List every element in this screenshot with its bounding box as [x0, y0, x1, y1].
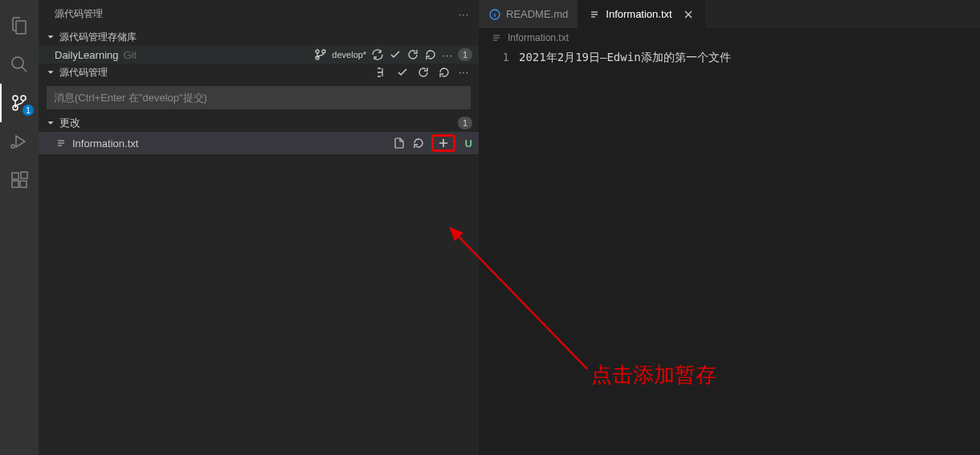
repo-more-icon[interactable]: ··· — [442, 49, 453, 61]
close-icon[interactable] — [682, 8, 695, 21]
open-file-icon[interactable] — [393, 137, 406, 150]
sidebar: 源代码管理 ··· 源代码管理存储库 DailyLearning Git dev… — [39, 0, 479, 455]
file-icon — [490, 31, 503, 44]
refresh-icon[interactable] — [406, 48, 419, 61]
breadcrumb-file: Information.txt — [508, 32, 569, 43]
search-icon[interactable] — [0, 45, 39, 84]
changed-file-row[interactable]: Information.txt U — [39, 132, 479, 154]
editor-area: README.md Information.txt Information.tx… — [479, 0, 980, 455]
scm-badge: 1 — [22, 105, 34, 116]
svg-point-9 — [316, 50, 319, 53]
branch-name[interactable]: develop* — [332, 50, 366, 59]
repos-section-title: 源代码管理存储库 — [59, 31, 137, 44]
extensions-icon[interactable] — [0, 161, 39, 199]
discard-icon[interactable] — [412, 137, 425, 150]
chevron-down-icon — [45, 31, 56, 43]
info-icon — [488, 8, 501, 21]
scm-section-header[interactable]: 源代码管理 ··· — [39, 64, 479, 81]
tab-bar: README.md Information.txt — [479, 0, 980, 28]
changed-file-name: Information.txt — [72, 137, 138, 150]
sidebar-header: 源代码管理 ··· — [39, 0, 479, 28]
svg-point-10 — [322, 50, 325, 53]
refresh-counter-icon[interactable] — [424, 48, 437, 61]
commit-message-input[interactable] — [47, 86, 471, 109]
svg-rect-5 — [12, 173, 18, 179]
scm-section-title: 源代码管理 — [59, 66, 108, 80]
stage-plus-button[interactable] — [431, 134, 455, 152]
refresh-icon[interactable] — [417, 66, 430, 79]
tab-label: Information.txt — [606, 8, 672, 20]
tab-readme[interactable]: README.md — [479, 0, 578, 28]
sync-icon[interactable] — [371, 48, 384, 61]
annotation-text: 点击添加暂存 — [591, 361, 717, 389]
svg-point-0 — [12, 57, 23, 68]
breadcrumb[interactable]: Information.txt — [479, 28, 980, 47]
repo-row[interactable]: DailyLearning Git develop* ··· 1 — [39, 46, 479, 64]
repo-provider: Git — [124, 49, 137, 61]
svg-point-1 — [21, 96, 26, 100]
tree-view-icon[interactable] — [375, 66, 388, 79]
activity-bar: 1 — [0, 0, 39, 455]
repo-count-badge: 1 — [458, 48, 472, 61]
sidebar-title: 源代码管理 — [55, 7, 103, 21]
svg-rect-7 — [20, 181, 27, 187]
refresh-counter-icon[interactable] — [438, 66, 451, 79]
changes-section-header[interactable]: 更改 1 — [39, 114, 479, 132]
line-number: 1 — [479, 47, 519, 455]
svg-point-3 — [13, 96, 18, 100]
file-icon — [55, 137, 67, 150]
explorer-icon[interactable] — [0, 6, 39, 45]
branch-icon[interactable] — [314, 48, 327, 61]
tab-label: README.md — [506, 8, 568, 20]
repos-section-header[interactable]: 源代码管理存储库 — [39, 28, 479, 46]
changes-count-badge: 1 — [458, 117, 472, 129]
commit-check-icon[interactable] — [389, 48, 402, 61]
tab-information[interactable]: Information.txt — [578, 0, 704, 28]
svg-rect-6 — [12, 181, 18, 187]
changes-title: 更改 — [59, 116, 80, 130]
scm-icon[interactable]: 1 — [0, 84, 39, 122]
commit-check-icon[interactable] — [396, 66, 409, 79]
chevron-down-icon — [45, 117, 56, 129]
svg-rect-8 — [21, 172, 27, 178]
debug-icon[interactable] — [0, 122, 39, 161]
code-line[interactable]: 2021年2月19日—Edwin添加的第一个文件 — [519, 47, 731, 455]
scm-more-icon[interactable]: ··· — [459, 67, 469, 78]
editor-content[interactable]: 1 2021年2月19日—Edwin添加的第一个文件 点击添加暂存 — [479, 47, 980, 455]
file-icon — [588, 8, 601, 21]
more-icon[interactable]: ··· — [459, 9, 469, 20]
file-status-badge: U — [465, 137, 472, 150]
chevron-down-icon — [45, 67, 56, 78]
repo-name: DailyLearning — [55, 49, 119, 61]
svg-point-4 — [11, 145, 14, 148]
